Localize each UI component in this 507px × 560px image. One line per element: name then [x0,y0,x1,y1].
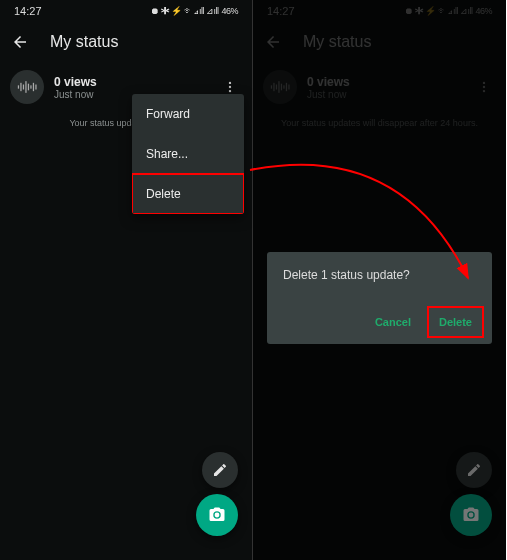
menu-forward[interactable]: Forward [132,94,244,134]
dialog-actions: Cancel Delete [283,308,482,336]
dialog-delete-button[interactable]: Delete [429,308,482,336]
pencil-icon [212,462,228,478]
svg-rect-4 [28,84,29,91]
menu-delete[interactable]: Delete [132,174,244,214]
svg-rect-2 [23,85,24,90]
phone-left: 14:27 ⏺ ✱ ⚡ ᯤ ⊿ıll ⊿ıll 46% My status [0,0,253,560]
svg-rect-1 [20,83,21,91]
camera-fab[interactable] [196,494,238,536]
views-count: 0 views [54,75,208,89]
camera-fab[interactable] [450,494,492,536]
status-time: 14:27 [14,5,42,17]
svg-point-10 [229,90,231,92]
svg-rect-7 [35,85,36,90]
statusbar: 14:27 ⏺ ✱ ⚡ ᯤ ⊿ıll ⊿ıll 46% [0,0,252,22]
status-icons: ⏺ ✱ ⚡ ᯤ ⊿ıll ⊿ıll 46% [150,6,238,16]
dialog-title: Delete 1 status update? [283,268,482,282]
back-button[interactable] [8,30,32,54]
camera-icon [208,506,226,524]
svg-rect-3 [25,81,26,93]
svg-point-9 [229,86,231,88]
delete-dialog: Delete 1 status update? Cancel Delete [267,252,492,344]
menu-share[interactable]: Share... [132,134,244,174]
kebab-icon [223,80,237,94]
status-avatar [10,70,44,104]
phone-right: 14:27 ⏺ ✱ ⚡ ᯤ ⊿ıll ⊿ıll 46% My status [253,0,506,560]
page-title: My status [50,33,118,51]
context-menu: Forward Share... Delete [132,94,244,214]
pencil-icon [466,462,482,478]
svg-rect-5 [30,85,31,88]
svg-point-8 [229,82,231,84]
edit-fab[interactable] [456,452,492,488]
edit-fab[interactable] [202,452,238,488]
appbar: My status [0,22,252,62]
dialog-cancel-button[interactable]: Cancel [365,308,421,336]
camera-icon [462,506,480,524]
waveform-icon [17,80,37,94]
svg-rect-6 [33,83,34,91]
svg-rect-0 [18,85,19,88]
